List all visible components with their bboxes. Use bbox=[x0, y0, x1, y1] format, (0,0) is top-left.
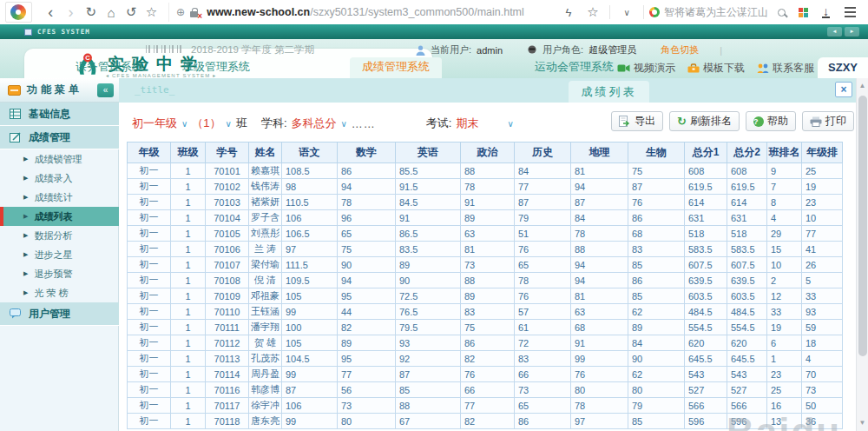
chevron-down-icon[interactable]: ∨ bbox=[181, 119, 187, 129]
scroll-right-button[interactable]: ► bbox=[845, 27, 859, 36]
bullet-icon: ▶ bbox=[23, 232, 28, 239]
cell: 41 bbox=[802, 242, 843, 257]
table-row[interactable]: 初一170108倪 清109.5949088789486639.5639.525 bbox=[128, 273, 843, 288]
cell: 70108 bbox=[206, 273, 249, 288]
close-icon[interactable]: × bbox=[835, 82, 852, 97]
cell: 70104 bbox=[206, 210, 249, 226]
table-row[interactable]: 初一170118唐东亮998067828697855965961336 bbox=[128, 414, 843, 429]
cell: 78 bbox=[461, 179, 515, 195]
header-link-3[interactable]: 联系客服 bbox=[757, 61, 814, 76]
cell: 88 bbox=[396, 398, 461, 414]
sidebar-item-光荣榜[interactable]: ▶光 荣 榜 bbox=[0, 283, 119, 302]
lightning-icon[interactable]: ϟ bbox=[557, 6, 580, 19]
scroll-left-button[interactable]: ◄ bbox=[827, 27, 842, 36]
cell: 62 bbox=[628, 367, 685, 382]
cell: 15 bbox=[767, 242, 802, 257]
apps-grid-icon[interactable] bbox=[799, 8, 808, 17]
cell: 89 bbox=[628, 320, 685, 335]
search-icon[interactable] bbox=[778, 9, 786, 17]
brand-tab[interactable]: SZXY bbox=[818, 57, 868, 78]
url-path[interactable]: /szxy50131/system3_common500/main.html bbox=[310, 6, 524, 18]
nav-tab-1[interactable]: 课务管理系统 bbox=[63, 57, 155, 78]
chevron-down-icon[interactable]: ∨ bbox=[226, 119, 232, 129]
sidebar-item-用户管理[interactable]: 用户管理 bbox=[0, 302, 119, 326]
toolbar-button-2[interactable]: ↻刷新排名 bbox=[669, 111, 740, 131]
toolbar-button-1[interactable]: 导出 bbox=[611, 111, 663, 131]
insecure-lock-icon[interactable] bbox=[190, 11, 198, 17]
table-row[interactable]: 初一170112贺 雄105899386729184620620618 bbox=[128, 335, 843, 351]
table-row[interactable]: 初一170106兰 涛977583.581768883583.5583.5154… bbox=[128, 242, 843, 257]
sidebar-item-成绩统计[interactable]: ▶成绩统计 bbox=[0, 188, 119, 207]
table-row[interactable]: 初一170104罗子含106969189798486631631410 bbox=[128, 210, 843, 226]
download-icon[interactable]: ↓ bbox=[822, 6, 830, 18]
back-icon[interactable]: ‹ bbox=[41, 6, 61, 18]
class-select[interactable]: （1） bbox=[192, 116, 220, 131]
table-row[interactable]: 初一170102钱伟涛989491.578779487619.5619.5719 bbox=[128, 179, 843, 195]
cell: 56 bbox=[338, 382, 396, 398]
bookmark-icon[interactable]: ☆ bbox=[141, 4, 161, 20]
cell: 初一 bbox=[128, 335, 171, 351]
chevron-down-icon[interactable]: ∨ bbox=[341, 119, 347, 129]
scrollbar-thumb[interactable] bbox=[858, 96, 867, 356]
table-row[interactable]: 初一170110王钰涵994476.583576362484.5484.5339… bbox=[128, 304, 843, 320]
menu-icon[interactable] bbox=[845, 11, 856, 13]
role-switch-link[interactable]: 角色切换 bbox=[661, 43, 699, 56]
url-host[interactable]: www.new-school.cn bbox=[207, 6, 310, 18]
dropdown-chevron-icon[interactable]: ∨ bbox=[615, 8, 638, 17]
cell: 607.5 bbox=[727, 257, 767, 273]
table-row[interactable]: 初一170114周丹盈997787766676625435432370 bbox=[128, 367, 843, 382]
cell: 111.5 bbox=[282, 257, 338, 273]
chevron-down-icon[interactable]: ∨ bbox=[507, 119, 513, 129]
tab-grade-list[interactable]: 成绩列表 bbox=[569, 81, 649, 103]
header-link-1[interactable]: 视频演示 bbox=[617, 61, 675, 76]
search-box[interactable]: 智将诸葛为主公谋江山 bbox=[649, 5, 791, 20]
home-icon[interactable]: ⌂ bbox=[101, 5, 121, 20]
sidebar-collapse-button[interactable]: « bbox=[97, 83, 114, 97]
vertical-scrollbar[interactable]: ▲ ▼ bbox=[856, 78, 868, 431]
table-row[interactable]: 初一170103褚紫妍110.57884.591878776614614823 bbox=[128, 195, 843, 210]
table-row[interactable]: 初一170109邓祖豪1059572.589768185603.5603.512… bbox=[128, 288, 843, 304]
sidebar-item-数据分析[interactable]: ▶数据分析 bbox=[0, 226, 119, 245]
url-bar[interactable]: ⊕ www.new-school.cn/szxy50131/system3_co… bbox=[168, 3, 557, 22]
sidebar-item-成绩列表[interactable]: ▶成绩列表 bbox=[0, 207, 119, 226]
toolbar-button-4[interactable]: 打印 bbox=[802, 111, 854, 131]
nav-tab-2[interactable]: 班级管理系统 bbox=[170, 57, 262, 78]
cell: 620 bbox=[727, 335, 767, 351]
scroll-down-icon[interactable]: ▼ bbox=[857, 417, 868, 429]
cell: 76 bbox=[515, 288, 571, 304]
favorite-star-icon[interactable]: ☆ bbox=[582, 4, 604, 20]
table-row[interactable]: 初一170105刘熹彤106.56586.5635178685185182977 bbox=[128, 226, 843, 242]
sidebar-item-退步预警[interactable]: ▶退步预警 bbox=[0, 264, 119, 283]
grade-select[interactable]: 初一年级 bbox=[132, 116, 177, 131]
cell: 褚紫妍 bbox=[249, 195, 282, 210]
forward-icon[interactable]: › bbox=[61, 6, 81, 18]
exam-select[interactable]: 期末 bbox=[456, 116, 478, 131]
browser-logo[interactable] bbox=[5, 2, 32, 23]
search-suggestion[interactable]: 智将诸葛为主公谋江山 bbox=[664, 5, 768, 20]
refresh-icon[interactable]: ↻ bbox=[81, 4, 101, 20]
sidebar-item-基础信息[interactable]: 基础信息 bbox=[0, 103, 119, 126]
sidebar-item-进步之星[interactable]: ▶进步之星 bbox=[0, 245, 119, 264]
bullet-icon: ▶ bbox=[23, 289, 28, 296]
scroll-up-icon[interactable]: ▲ bbox=[857, 80, 868, 92]
nav-tab-3[interactable]: 成绩管理系统 bbox=[350, 57, 442, 78]
nav-tab-4[interactable]: 运动会管理系统 bbox=[523, 57, 626, 78]
table-row[interactable]: 初一170101赖嘉琪108.58685.588848175608608925 bbox=[128, 163, 843, 179]
column-header: 年级排 bbox=[802, 143, 843, 163]
table-row[interactable]: 初一170107梁付瑜111.5908973659485607.5607.510… bbox=[128, 257, 843, 273]
cell: 87 bbox=[515, 195, 571, 210]
table-row[interactable]: 初一170116韩彦博875685667380805275272573 bbox=[128, 382, 843, 398]
header-link-2[interactable]: 模板下载 bbox=[687, 61, 745, 76]
table-row[interactable]: 初一170111潘宇翔1008279.575616889554.5554.519… bbox=[128, 320, 843, 335]
sidebar-item-成绩管理[interactable]: 成绩管理 bbox=[0, 126, 119, 149]
history-icon[interactable]: ↺ bbox=[122, 4, 141, 20]
sidebar-item-成绩录入[interactable]: ▶成绩录入 bbox=[0, 169, 119, 188]
subject-select[interactable]: 多科总分 bbox=[292, 116, 337, 131]
table-row[interactable]: 初一170117徐宇冲1067388776578795665661650 bbox=[128, 398, 843, 414]
page-info-icon[interactable]: ⊕ bbox=[176, 6, 185, 18]
table-row[interactable]: 初一170113孔茂苏104.5959282839990645.5645.514 bbox=[128, 351, 843, 367]
current-user-label: 当前用户: bbox=[431, 43, 471, 56]
sidebar-item-成绩锁管理[interactable]: ▶成绩锁管理 bbox=[0, 149, 119, 169]
toolbar-button-3[interactable]: ?帮助 bbox=[746, 111, 796, 131]
role-avatar-icon bbox=[527, 45, 537, 56]
